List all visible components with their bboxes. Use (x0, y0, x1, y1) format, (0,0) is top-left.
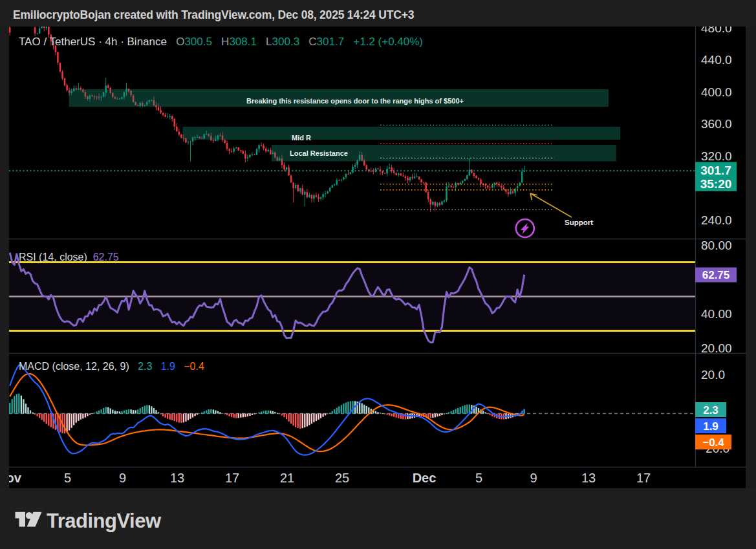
svg-text:20.0: 20.0 (701, 368, 725, 382)
svg-text:Local Resistance: Local Resistance (290, 149, 348, 157)
svg-text:RSI (14, close) 62.75: RSI (14, close) 62.75 (19, 252, 119, 263)
svg-text:2.3: 2.3 (703, 404, 718, 416)
svg-text:80.00: 80.00 (701, 239, 732, 252)
svg-text:240.0: 240.0 (701, 213, 732, 227)
svg-text:20.00: 20.00 (701, 341, 732, 355)
svg-text:35:20: 35:20 (700, 177, 732, 191)
svg-text:Dec: Dec (413, 471, 437, 485)
svg-text:Mid R: Mid R (292, 134, 311, 142)
svg-text:440.0: 440.0 (701, 53, 732, 67)
svg-text:TradingView: TradingView (47, 510, 162, 532)
svg-text:21: 21 (280, 471, 294, 485)
svg-text:13: 13 (170, 471, 184, 485)
svg-text:320.0: 320.0 (701, 149, 732, 163)
svg-text:400.0: 400.0 (701, 85, 732, 99)
svg-text:17: 17 (225, 471, 239, 485)
svg-text:25: 25 (335, 471, 349, 485)
svg-text:301.7: 301.7 (700, 164, 731, 177)
svg-text:5: 5 (64, 471, 71, 485)
svg-text:62.75: 62.75 (702, 269, 730, 281)
svg-text:Support: Support (565, 219, 593, 226)
svg-text:13: 13 (581, 471, 596, 485)
svg-text:9: 9 (119, 471, 126, 485)
svg-text:TAO / TetherUS · 4h · Binance: TAO / TetherUS · 4h · Binance O300.5 H30… (19, 36, 423, 48)
svg-text:9: 9 (530, 471, 537, 485)
svg-text:360.0: 360.0 (701, 117, 732, 131)
svg-text:−0.4: −0.4 (702, 436, 724, 449)
svg-text:1.9: 1.9 (703, 420, 718, 433)
svg-text:5: 5 (475, 471, 482, 485)
svg-text:Breaking this resistance opens: Breaking this resistance opens door to t… (246, 97, 464, 105)
svg-text:17: 17 (636, 471, 651, 485)
svg-text:40.00: 40.00 (701, 307, 732, 321)
svg-text:EmiliocryptoBojan created with: EmiliocryptoBojan created with TradingVi… (13, 8, 415, 21)
svg-text:MACD (close, 12, 26, 9) 2.3: MACD (close, 12, 26, 9) 2.3 1.9 −0.4 (19, 361, 204, 372)
